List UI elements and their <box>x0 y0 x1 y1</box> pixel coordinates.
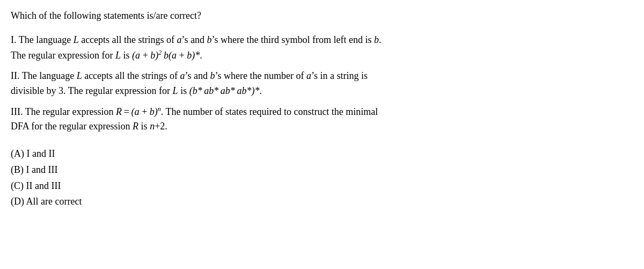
option-C: (C) II and III <box>11 178 633 194</box>
statement-I-line2: The regular expression for L is (a + b)2… <box>11 48 633 63</box>
statement-I-line1: I. The language L accepts all the string… <box>11 33 633 48</box>
statement-II-line2: divisible by 3. The regular expression f… <box>11 84 633 99</box>
statement-I: I. The language L accepts all the string… <box>11 33 633 63</box>
statement-III-line2: DFA for the regular expression R is n+2. <box>11 119 633 134</box>
options-block: (A) I and II (B) I and III (C) II and II… <box>11 146 633 210</box>
question-container: Which of the following statements is/are… <box>11 9 633 210</box>
statement-II-line1: II. The language L accepts all the strin… <box>11 69 633 84</box>
option-D-text: (D) All are correct <box>11 196 82 207</box>
statement-II: II. The language L accepts all the strin… <box>11 69 633 99</box>
statement-III-line1: III. The regular expression R = (a + b)n… <box>11 104 633 120</box>
option-B-text: (B) I and III <box>11 164 57 175</box>
option-A: (A) I and II <box>11 146 633 162</box>
option-D: (D) All are correct <box>11 194 633 210</box>
question-header: Which of the following statements is/are… <box>11 9 633 23</box>
option-A-text: (A) I and II <box>11 148 55 159</box>
statement-III: III. The regular expression R = (a + b)n… <box>11 104 633 135</box>
option-B: (B) I and III <box>11 162 633 178</box>
option-C-text: (C) II and III <box>11 180 61 191</box>
header-text: Which of the following statements is/are… <box>11 10 201 21</box>
